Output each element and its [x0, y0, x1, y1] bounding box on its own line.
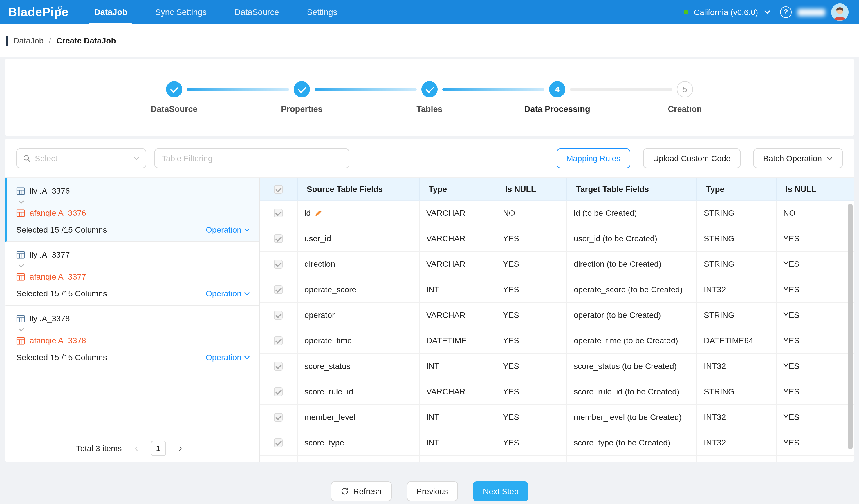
- field-row: direction VARCHAR YES direction (to be C…: [260, 251, 854, 277]
- region-version-selector[interactable]: California (v0.6.0): [694, 7, 758, 17]
- table-pair-item[interactable]: lly .A_3378 afanqie A_3378 Selected 15 /…: [5, 306, 259, 369]
- source-field-isnull: NO: [496, 200, 567, 226]
- row-checkbox[interactable]: [274, 209, 283, 218]
- source-field-name: user_id: [297, 226, 419, 251]
- target-field-name[interactable]: score_rule_id (to be Created): [567, 379, 696, 404]
- table-scrollbar[interactable]: [848, 204, 853, 450]
- fields-table-header-row: Source Table Fields Type Is NULL Target …: [260, 178, 854, 200]
- expand-caret-icon[interactable]: [18, 325, 250, 333]
- next-step-button[interactable]: Next Step: [473, 482, 528, 501]
- source-field-type: DATETIME: [419, 328, 496, 353]
- app-viewport: BladePipe DataJob Sync Settings DataSour…: [0, 0, 859, 504]
- target-field-name[interactable]: score_status (to be Created): [567, 353, 696, 379]
- col-target-isnull: Is NULL: [776, 178, 854, 200]
- row-checkbox[interactable]: [274, 286, 283, 294]
- col-source-type: Type: [419, 178, 496, 200]
- source-field-name: direction: [297, 251, 419, 277]
- edit-pencil-icon[interactable]: [315, 209, 322, 217]
- refresh-label: Refresh: [353, 487, 382, 496]
- source-table-icon: [16, 187, 25, 195]
- target-field-type: DATETIME64: [696, 328, 776, 353]
- operation-link[interactable]: Operation: [206, 289, 250, 298]
- nav-item-datasource[interactable]: DataSource: [229, 0, 285, 25]
- breadcrumb-parent[interactable]: DataJob: [13, 36, 44, 45]
- select-dropdown[interactable]: Select: [16, 148, 146, 168]
- chevron-down-icon[interactable]: [764, 9, 771, 16]
- source-field-name: operate_score: [297, 277, 419, 302]
- target-field-type: STRING: [696, 200, 776, 226]
- row-checkbox[interactable]: [274, 388, 283, 396]
- user-avatar[interactable]: [831, 3, 848, 21]
- source-table-name: lly .A_3377: [30, 250, 70, 259]
- nav-item-datajob[interactable]: DataJob: [88, 0, 133, 25]
- target-field-name[interactable]: member_level (to be Created): [567, 404, 696, 430]
- operation-link[interactable]: Operation: [206, 225, 250, 234]
- target-field-type: INT32: [696, 277, 776, 302]
- previous-button[interactable]: Previous: [407, 482, 458, 501]
- target-field-name[interactable]: operate_time (to be Created): [567, 328, 696, 353]
- table-pair-item[interactable]: lly .A_3376 afanqie A_3376 Selected 15 /…: [5, 178, 259, 242]
- col-target-type: Type: [696, 178, 776, 200]
- top-navbar: BladePipe DataJob Sync Settings DataSour…: [0, 0, 859, 25]
- pagination-prev[interactable]: ‹: [129, 441, 144, 456]
- chevron-down-icon: [244, 354, 250, 360]
- row-checkbox[interactable]: [274, 337, 283, 345]
- mapping-rules-button[interactable]: Mapping Rules: [556, 148, 630, 168]
- row-checkbox[interactable]: [274, 235, 283, 243]
- batch-operation-button[interactable]: Batch Operation: [753, 148, 843, 168]
- table-filter-input[interactable]: [154, 148, 349, 168]
- source-field-type: VARCHAR: [419, 379, 496, 404]
- target-field-type: STRING: [696, 251, 776, 277]
- chevron-down-icon: [244, 290, 250, 297]
- operation-label: Operation: [206, 289, 241, 298]
- pagination-page-1[interactable]: 1: [151, 441, 166, 456]
- target-field-type: STRING: [696, 226, 776, 251]
- target-field-type: INT32: [696, 353, 776, 379]
- nav-item-sync-settings[interactable]: Sync Settings: [149, 0, 212, 25]
- operation-label: Operation: [206, 352, 241, 362]
- step-done-check-icon: [166, 81, 182, 97]
- field-row: operate_score INT YES operate_score (to …: [260, 277, 854, 302]
- row-checkbox[interactable]: [274, 362, 283, 371]
- source-table-name: lly .A_3376: [30, 186, 70, 195]
- source-field-name: score_status: [297, 353, 419, 379]
- pagination-next[interactable]: ›: [173, 441, 188, 456]
- target-field-name[interactable]: score_type (to be Created): [567, 430, 696, 455]
- row-checkbox[interactable]: [274, 260, 283, 269]
- row-checkbox[interactable]: [274, 439, 283, 447]
- expand-caret-icon[interactable]: [18, 262, 250, 270]
- total-items-text: Total 3 items: [76, 443, 122, 453]
- table-list-footer: Total 3 items ‹ 1 ›: [5, 434, 259, 462]
- target-field-name[interactable]: id (to be Created): [567, 200, 696, 226]
- row-checkbox[interactable]: [274, 311, 283, 320]
- col-source-field: Source Table Fields: [297, 178, 419, 200]
- target-field-name[interactable]: operate_score (to be Created): [567, 277, 696, 302]
- table-pair-item[interactable]: lly .A_3377 afanqie A_3377 Selected 15 /…: [5, 242, 259, 306]
- logo: BladePipe: [8, 5, 69, 19]
- upload-custom-code-button[interactable]: Upload Custom Code: [643, 148, 741, 168]
- step-number-badge: 4: [549, 81, 565, 97]
- field-row: member_level INT YES member_level (to be…: [260, 404, 854, 430]
- selected-columns-text: Selected 15 /15 Columns: [16, 225, 107, 234]
- source-field-type: INT: [419, 353, 496, 379]
- row-checkbox[interactable]: [274, 413, 283, 422]
- select-all-checkbox[interactable]: [274, 185, 283, 194]
- nav-item-settings[interactable]: Settings: [301, 0, 343, 25]
- operation-link[interactable]: Operation: [206, 352, 250, 362]
- select-placeholder: Select: [35, 154, 129, 163]
- refresh-button[interactable]: Refresh: [331, 482, 391, 501]
- field-row: operate_time DATETIME YES operate_time (…: [260, 328, 854, 353]
- target-field-name[interactable]: user_id (to be Created): [567, 226, 696, 251]
- target-field-isnull: YES: [776, 251, 854, 277]
- source-field-name: score_type: [297, 430, 419, 455]
- source-field-name: operator: [297, 302, 419, 328]
- work-area: lly .A_3376 afanqie A_3376 Selected 15 /…: [5, 177, 854, 462]
- wizard-stepper: DataSource Properties Tables 4 Data Proc…: [110, 81, 749, 114]
- target-field-name[interactable]: operator (to be Created): [567, 302, 696, 328]
- target-field-name[interactable]: direction (to be Created): [567, 251, 696, 277]
- refresh-icon: [341, 487, 348, 495]
- help-icon[interactable]: ?: [780, 6, 792, 18]
- breadcrumb: DataJob / Create DataJob: [0, 25, 859, 57]
- field-row: user_id VARCHAR YES user_id (to be Creat…: [260, 226, 854, 251]
- expand-caret-icon[interactable]: [18, 198, 250, 206]
